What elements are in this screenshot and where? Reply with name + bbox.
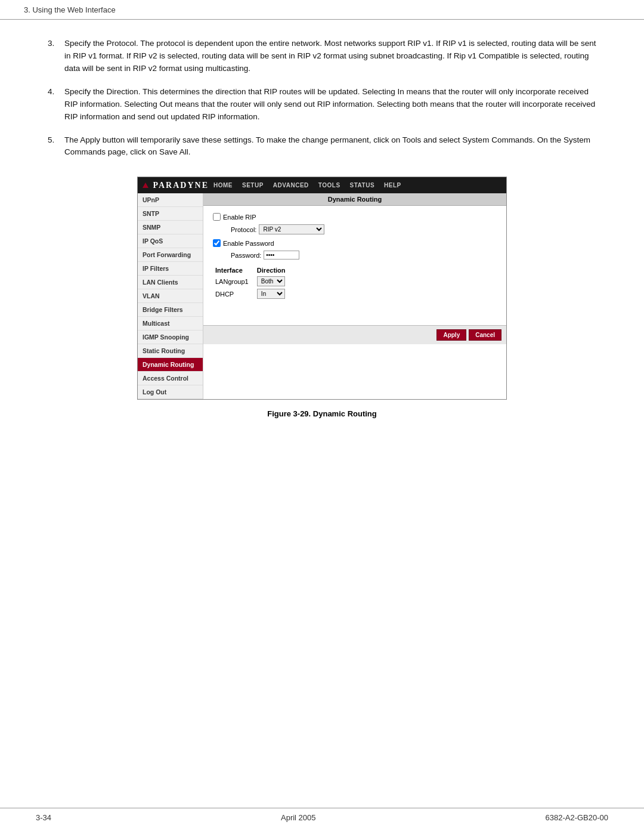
nav-status[interactable]: STATUS xyxy=(345,180,380,191)
nav-tools[interactable]: TOOLS xyxy=(314,180,345,191)
enable-password-checkbox[interactable] xyxy=(213,239,221,247)
cell-interface: LANgroup1 xyxy=(213,275,255,288)
enable-rip-row: Enable RIP xyxy=(213,213,497,221)
list-item: 5.The Apply button will temporarily save… xyxy=(48,134,596,159)
sidebar-item[interactable]: Dynamic Routing xyxy=(138,358,203,372)
page-footer: 3-34 April 2005 6382-A2-GB20-00 xyxy=(0,808,644,822)
sidebar-item[interactable]: Static Routing xyxy=(138,344,203,358)
sidebar-item[interactable]: IP QoS xyxy=(138,234,203,248)
list-item: 3.Specify the Protocol. The protocol is … xyxy=(48,38,596,75)
protocol-select[interactable]: RIP v2 RIP v1 RIP v1 Compatible xyxy=(259,224,324,234)
sidebar-item[interactable]: SNMP xyxy=(138,221,203,234)
item-text: Specify the Protocol. The protocol is de… xyxy=(64,38,596,75)
panel-title: Dynamic Routing xyxy=(203,193,506,206)
col-interface: Interface xyxy=(213,265,255,275)
protocol-label: Protocol: xyxy=(231,226,256,233)
sidebar-item[interactable]: UPnP xyxy=(138,193,203,207)
sidebar-item[interactable]: Bridge Filters xyxy=(138,303,203,317)
interface-table: Interface Direction LANgroup1 Both In Ou… xyxy=(213,265,298,300)
sidebar-item[interactable]: IGMP Snooping xyxy=(138,330,203,344)
password-input[interactable] xyxy=(264,251,299,260)
sidebar-item[interactable]: Access Control xyxy=(138,372,203,385)
item-text: The Apply button will temporarily save t… xyxy=(64,134,596,159)
page-header: 3. Using the Web Interface xyxy=(0,0,644,20)
enable-password-label: Enable Password xyxy=(223,240,274,247)
protocol-row: Protocol: RIP v2 RIP v1 RIP v1 Compatibl… xyxy=(231,224,497,234)
sidebar-item[interactable]: Multicast xyxy=(138,317,203,330)
router-navbar: PARADYNE HOME SETUP ADVANCED TOOLS STATU… xyxy=(138,177,506,193)
direction-select[interactable]: In In Out Both xyxy=(257,289,285,299)
sidebar-item[interactable]: Port Forwarding xyxy=(138,248,203,262)
apply-button[interactable]: Apply xyxy=(436,329,466,341)
footer-center: April 2005 xyxy=(281,813,316,822)
router-ui: PARADYNE HOME SETUP ADVANCED TOOLS STATU… xyxy=(137,177,507,400)
logo-text: PARADYNE xyxy=(153,181,209,190)
sidebar-item[interactable]: LAN Clients xyxy=(138,276,203,289)
main-content: 3.Specify the Protocol. The protocol is … xyxy=(0,20,644,460)
item-num: 4. xyxy=(48,86,64,123)
panel-content: Enable RIP Protocol: RIP v2 RIP v1 RIP v… xyxy=(203,206,506,325)
table-row: DHCP In In Out Both xyxy=(213,288,298,300)
direction-select[interactable]: Both In Out Both xyxy=(257,276,285,286)
figure-caption: Figure 3-29. Dynamic Routing xyxy=(48,409,596,418)
cell-direction: Both In Out Both xyxy=(255,275,298,288)
col-direction: Direction xyxy=(255,265,298,275)
router-main: Dynamic Routing Enable RIP Protocol: RIP… xyxy=(203,193,506,399)
nav-setup[interactable]: SETUP xyxy=(237,180,268,191)
item-num: 5. xyxy=(48,134,64,159)
nav-home[interactable]: HOME xyxy=(209,180,237,191)
cell-direction: In In Out Both xyxy=(255,288,298,300)
router-sidebar: UPnPSNTPSNMPIP QoSPort ForwardingIP Filt… xyxy=(138,193,203,399)
sidebar-item[interactable]: VLAN xyxy=(138,289,203,303)
password-row: Password: xyxy=(231,251,497,260)
nav-advanced[interactable]: ADVANCED xyxy=(268,180,314,191)
nav-help[interactable]: HELP xyxy=(379,180,406,191)
router-footer: Apply Cancel xyxy=(203,325,506,344)
sidebar-item[interactable]: SNTP xyxy=(138,207,203,221)
enable-rip-label: Enable RIP xyxy=(223,214,256,221)
enable-password-row: Enable Password xyxy=(213,239,497,247)
content-list: 3.Specify the Protocol. The protocol is … xyxy=(48,38,596,159)
item-num: 3. xyxy=(48,38,64,75)
cell-interface: DHCP xyxy=(213,288,255,300)
password-label: Password: xyxy=(231,252,261,259)
header-text: 3. Using the Web Interface xyxy=(24,5,116,14)
item-text: Specify the Direction. This determines t… xyxy=(64,86,596,123)
sidebar-item[interactable]: IP Filters xyxy=(138,262,203,276)
paradyne-logo: PARADYNE xyxy=(143,181,209,190)
logo-triangle xyxy=(143,183,148,188)
table-row: LANgroup1 Both In Out Both xyxy=(213,275,298,288)
list-item: 4.Specify the Direction. This determines… xyxy=(48,86,596,123)
cancel-button[interactable]: Cancel xyxy=(469,329,501,341)
sidebar-item[interactable]: Log Out xyxy=(138,385,203,399)
router-body: UPnPSNTPSNMPIP QoSPort ForwardingIP Filt… xyxy=(138,193,506,399)
enable-rip-checkbox[interactable] xyxy=(213,213,221,221)
footer-left: 3-34 xyxy=(36,813,51,822)
footer-right: 6382-A2-GB20-00 xyxy=(545,813,608,822)
